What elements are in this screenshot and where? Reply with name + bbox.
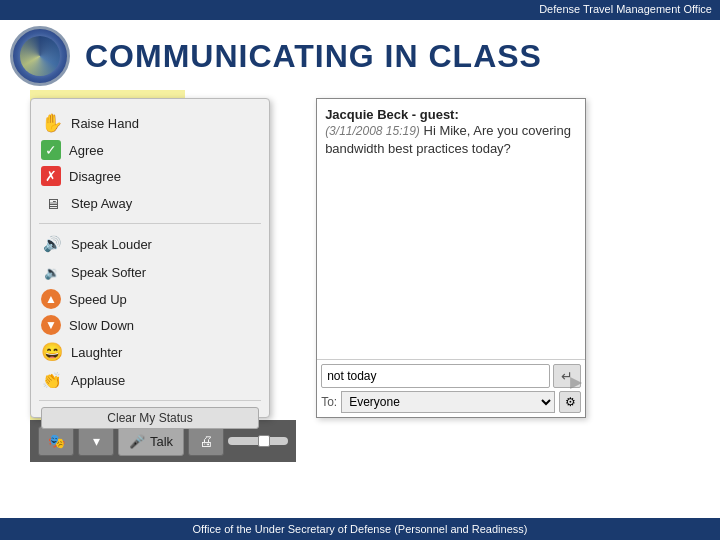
volume-slider[interactable] [228, 437, 288, 445]
status-section-2: 🔊 Speak Louder 🔉 Speak Softer ▲ Speed Up… [31, 228, 269, 396]
menu-label-agree: Agree [69, 143, 104, 158]
chat-to-label: To: [321, 395, 337, 409]
status-section-1: ✋ Raise Hand ✓ Agree ✗ Disagree 🖥 Step A… [31, 107, 269, 219]
menu-item-raise-hand[interactable]: ✋ Raise Hand [31, 109, 269, 137]
slider-thumb [258, 435, 270, 447]
menu-label-disagree: Disagree [69, 169, 121, 184]
laughter-icon: 😄 [41, 341, 63, 363]
chat-options-button[interactable]: ⚙ [559, 391, 581, 413]
raise-hand-icon: ✋ [41, 112, 63, 134]
chat-timestamp: (3/11/2008 15:19) [325, 124, 420, 138]
header-bar: Defense Travel Management Office [0, 0, 720, 20]
speed-up-icon: ▲ [41, 289, 61, 309]
menu-label-speak-louder: Speak Louder [71, 237, 152, 252]
toolbar-dropdown-btn[interactable]: ▾ [78, 426, 114, 456]
menu-item-agree[interactable]: ✓ Agree [31, 137, 269, 163]
left-panel: ✋ Raise Hand ✓ Agree ✗ Disagree 🖥 Step A… [30, 90, 296, 462]
status-menu: ✋ Raise Hand ✓ Agree ✗ Disagree 🖥 Step A… [30, 98, 270, 418]
logo [10, 26, 70, 86]
step-away-icon: 🖥 [41, 192, 63, 214]
footer-text: Office of the Under Secretary of Defense… [193, 523, 528, 535]
menu-label-laughter: Laughter [71, 345, 122, 360]
disagree-icon: ✗ [41, 166, 61, 186]
chat-panel: Jacquie Beck - guest: (3/11/2008 15:19) … [316, 98, 586, 418]
agree-icon: ✓ [41, 140, 61, 160]
menu-item-step-away[interactable]: 🖥 Step Away [31, 189, 269, 217]
menu-label-speak-softer: Speak Softer [71, 265, 146, 280]
toolbar-icon-btn-1[interactable]: 🎭 [38, 426, 74, 456]
clear-status-button[interactable]: Clear My Status [41, 407, 259, 429]
slow-down-icon: ▼ [41, 315, 61, 335]
content-area: ✋ Raise Hand ✓ Agree ✗ Disagree 🖥 Step A… [0, 90, 720, 462]
chat-messages: Jacquie Beck - guest: (3/11/2008 15:19) … [317, 99, 585, 359]
menu-item-speak-softer[interactable]: 🔉 Speak Softer [31, 258, 269, 286]
talk-button[interactable]: 🎤 Talk [118, 426, 184, 456]
speak-louder-icon: 🔊 [41, 233, 63, 255]
talk-label: Talk [150, 434, 173, 449]
menu-divider-2 [39, 400, 261, 401]
microphone-icon: 🎤 [129, 434, 145, 449]
logo-inner [20, 36, 60, 76]
chat-input-row: ↵ [321, 364, 581, 388]
toolbar-print-btn[interactable]: 🖨 [188, 426, 224, 456]
menu-label-raise-hand: Raise Hand [71, 116, 139, 131]
menu-label-step-away: Step Away [71, 196, 132, 211]
menu-label-applause: Applause [71, 373, 125, 388]
header-title: Defense Travel Management Office [539, 3, 712, 15]
chat-sender: Jacquie Beck - guest: [325, 107, 459, 122]
chat-send-button[interactable]: ↵ [553, 364, 581, 388]
chat-to-row: To: Everyone Presenter Hosts ⚙ [321, 391, 581, 413]
chat-to-select[interactable]: Everyone Presenter Hosts [341, 391, 555, 413]
page-title: COMMUNICATING IN CLASS [85, 38, 542, 75]
footer: Office of the Under Secretary of Defense… [0, 518, 720, 540]
menu-divider-1 [39, 223, 261, 224]
menu-item-speed-up[interactable]: ▲ Speed Up [31, 286, 269, 312]
menu-label-speed-up: Speed Up [69, 292, 127, 307]
speak-softer-icon: 🔉 [41, 261, 63, 283]
menu-item-laughter[interactable]: 😄 Laughter [31, 338, 269, 366]
menu-item-applause[interactable]: 👏 Applause [31, 366, 269, 394]
menu-label-slow-down: Slow Down [69, 318, 134, 333]
chat-message-1: Jacquie Beck - guest: (3/11/2008 15:19) … [325, 107, 577, 158]
menu-item-disagree[interactable]: ✗ Disagree [31, 163, 269, 189]
chat-input[interactable] [321, 364, 550, 388]
menu-item-speak-louder[interactable]: 🔊 Speak Louder [31, 230, 269, 258]
menu-item-slow-down[interactable]: ▼ Slow Down [31, 312, 269, 338]
title-area: COMMUNICATING IN CLASS [0, 20, 720, 90]
chat-input-area: ↵ To: Everyone Presenter Hosts ⚙ [317, 359, 585, 417]
applause-icon: 👏 [41, 369, 63, 391]
